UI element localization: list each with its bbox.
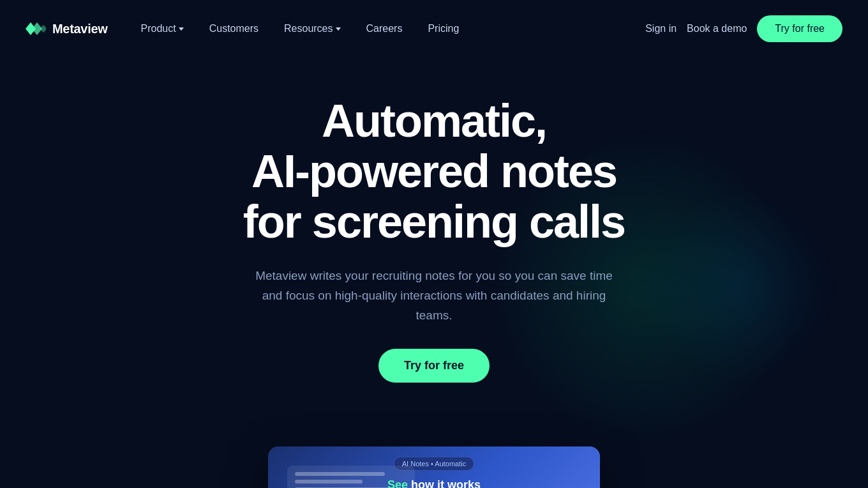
logo-link[interactable]: Metaview [26, 20, 108, 38]
navbar: Metaview Product Customers Resources [0, 0, 868, 57]
nav-links: Product Customers Resources Careers [131, 18, 470, 40]
nav-link-customers[interactable]: Customers [199, 18, 269, 40]
video-card[interactable]: AI Notes • Automatic See how it works [268, 446, 600, 488]
nav-item-pricing[interactable]: Pricing [417, 18, 469, 40]
chevron-down-icon [336, 27, 341, 31]
sign-in-link[interactable]: Sign in [645, 23, 677, 34]
doc-line [295, 472, 385, 476]
nav-right: Sign in Book a demo Try for free [645, 15, 842, 42]
try-free-hero-button[interactable]: Try for free [378, 349, 490, 383]
try-free-nav-button[interactable]: Try for free [757, 15, 842, 42]
nav-item-careers[interactable]: Careers [356, 18, 413, 40]
logo-text: Metaview [52, 22, 108, 36]
hero-title: Automatic, AI-powered notes for screenin… [243, 96, 625, 248]
video-card-wrapper: AI Notes • Automatic See how it works [0, 446, 868, 488]
nav-item-product[interactable]: Product [131, 18, 194, 40]
nav-left: Metaview Product Customers Resources [26, 18, 469, 40]
nav-link-resources[interactable]: Resources [274, 18, 350, 40]
chevron-down-icon [179, 27, 184, 31]
nav-link-pricing[interactable]: Pricing [417, 18, 469, 40]
hero-section: Automatic, AI-powered notes for screenin… [0, 57, 868, 446]
nav-link-product[interactable]: Product [131, 18, 194, 40]
book-demo-link[interactable]: Book a demo [687, 23, 747, 34]
nav-item-customers[interactable]: Customers [199, 18, 269, 40]
see-how-label: See how it works [387, 478, 481, 488]
hero-subtitle: Metaview writes your recruiting notes fo… [255, 266, 613, 326]
nav-item-resources[interactable]: Resources [274, 18, 350, 40]
logo-icon [26, 20, 46, 38]
doc-line [295, 480, 363, 484]
nav-link-careers[interactable]: Careers [356, 18, 413, 40]
